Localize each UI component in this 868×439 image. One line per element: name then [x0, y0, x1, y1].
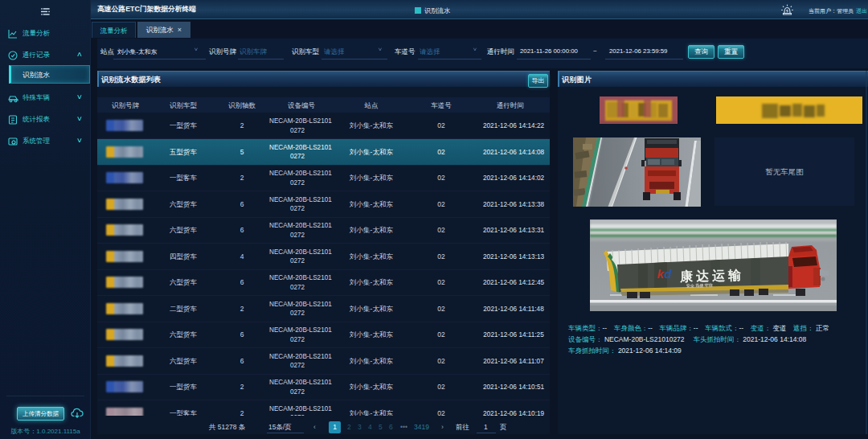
svg-text:康达运输: 康达运输	[679, 267, 744, 283]
svg-text:d: d	[664, 267, 672, 281]
